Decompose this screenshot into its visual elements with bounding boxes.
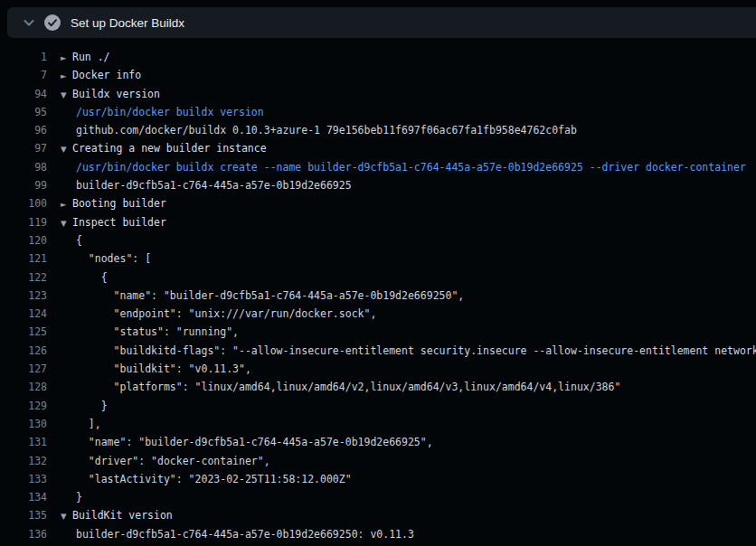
log-group-header[interactable]: ►Docker info bbox=[47, 66, 756, 84]
log-line-text: "buildkitd-flags": "--allow-insecure-ent… bbox=[47, 342, 756, 360]
line-number[interactable]: 128 bbox=[0, 378, 47, 396]
line-number[interactable]: 131 bbox=[0, 433, 47, 451]
triangle-down-icon[interactable]: ▼ bbox=[61, 140, 72, 157]
line-number[interactable]: 120 bbox=[0, 231, 47, 249]
log-line: 131 "name": "builder-d9cfb5a1-c764-445a-… bbox=[0, 433, 756, 451]
log-line: 134 } bbox=[0, 488, 756, 506]
log-line: 94 ▼Buildx version bbox=[0, 85, 756, 103]
log-line: 129 } bbox=[0, 397, 756, 415]
line-number[interactable]: 129 bbox=[0, 397, 47, 415]
log-line: 130 ], bbox=[0, 415, 756, 433]
log-line-text: "endpoint": "unix:///var/run/docker.sock… bbox=[47, 305, 756, 323]
line-number[interactable]: 127 bbox=[0, 360, 47, 378]
line-number[interactable]: 136 bbox=[0, 525, 47, 543]
line-number[interactable]: 123 bbox=[0, 287, 47, 305]
line-number[interactable]: 124 bbox=[0, 305, 47, 323]
log-group-header[interactable]: ▼Creating a new builder instance bbox=[47, 139, 756, 157]
log-line: 99 builder-d9cfb5a1-c764-445a-a57e-0b19d… bbox=[0, 176, 756, 194]
log-group-header[interactable]: ▼Inspect builder bbox=[47, 213, 756, 231]
group-label: Creating a new builder instance bbox=[72, 142, 267, 155]
log-line: 1 ►Run ./ bbox=[0, 48, 756, 66]
log-line-text: builder-d9cfb5a1-c764-445a-a57e-0b19d2e6… bbox=[47, 176, 756, 194]
line-number[interactable]: 7 bbox=[0, 66, 47, 84]
log-line-text: "lastActivity": "2023-02-25T11:58:12.000… bbox=[47, 470, 756, 488]
log-viewer: 1 ►Run ./ 7 ►Docker info 94 ▼Buildx vers… bbox=[0, 48, 756, 543]
log-line: 136 builder-d9cfb5a1-c764-445a-a57e-0b19… bbox=[0, 525, 756, 543]
line-number[interactable]: 97 bbox=[0, 139, 47, 157]
line-number[interactable]: 119 bbox=[0, 213, 47, 231]
log-line-text: "platforms": "linux/amd64,linux/amd64/v2… bbox=[47, 378, 756, 396]
step-header[interactable]: Set up Docker Buildx bbox=[7, 7, 756, 38]
line-number[interactable]: 98 bbox=[0, 158, 47, 176]
log-line: 7 ►Docker info bbox=[0, 66, 756, 84]
log-group-header[interactable]: ▼BuildKit version bbox=[47, 506, 756, 524]
log-line: 125 "status": "running", bbox=[0, 323, 756, 341]
group-label: Inspect builder bbox=[72, 216, 166, 229]
log-line-text: { bbox=[47, 268, 756, 287]
log-line-text: "driver": "docker-container", bbox=[47, 452, 756, 470]
log-line: 119 ▼Inspect builder bbox=[0, 213, 756, 231]
log-line: 126 "buildkitd-flags": "--allow-insecure… bbox=[0, 342, 756, 360]
line-number[interactable]: 126 bbox=[0, 342, 47, 360]
line-number[interactable]: 130 bbox=[0, 415, 47, 433]
log-line-text: /usr/bin/docker buildx version bbox=[47, 103, 756, 121]
log-line: 123 "name": "builder-d9cfb5a1-c764-445a-… bbox=[0, 287, 756, 305]
group-label: Run ./ bbox=[72, 51, 110, 63]
log-line-text: ], bbox=[47, 415, 756, 433]
log-line: 97 ▼Creating a new builder instance bbox=[0, 139, 756, 157]
log-group-header[interactable]: ►Booting builder bbox=[47, 194, 756, 212]
log-line-text: "nodes": [ bbox=[47, 249, 756, 268]
log-line: 95 /usr/bin/docker buildx version bbox=[0, 103, 756, 121]
log-line: 133 "lastActivity": "2023-02-25T11:58:12… bbox=[0, 470, 756, 488]
line-number[interactable]: 100 bbox=[0, 194, 47, 212]
log-line-text: } bbox=[47, 397, 756, 415]
log-line: 127 "buildkit": "v0.11.3", bbox=[0, 360, 756, 378]
line-number[interactable]: 134 bbox=[0, 488, 47, 506]
line-number[interactable]: 95 bbox=[0, 103, 47, 121]
line-number[interactable]: 135 bbox=[0, 506, 47, 524]
group-label: Docker info bbox=[72, 69, 141, 81]
triangle-right-icon[interactable]: ► bbox=[61, 49, 72, 66]
log-line: 132 "driver": "docker-container", bbox=[0, 452, 756, 470]
log-line: 98 /usr/bin/docker buildx create --name … bbox=[0, 158, 756, 176]
log-line: 135 ▼BuildKit version bbox=[0, 506, 756, 524]
check-circle-icon bbox=[44, 14, 61, 31]
triangle-down-icon[interactable]: ▼ bbox=[61, 507, 72, 524]
log-line: 128 "platforms": "linux/amd64,linux/amd6… bbox=[0, 378, 756, 396]
log-line-text: "name": "builder-d9cfb5a1-c764-445a-a57e… bbox=[47, 287, 756, 305]
triangle-down-icon[interactable]: ▼ bbox=[61, 86, 72, 103]
log-group-header[interactable]: ►Run ./ bbox=[47, 48, 756, 66]
group-label: Buildx version bbox=[72, 88, 160, 100]
log-line-text: "buildkit": "v0.11.3", bbox=[47, 360, 756, 378]
triangle-right-icon[interactable]: ► bbox=[61, 67, 72, 84]
group-label: Booting builder bbox=[72, 197, 166, 210]
line-number[interactable]: 122 bbox=[0, 268, 47, 287]
line-number[interactable]: 133 bbox=[0, 470, 47, 488]
log-line: 122 { bbox=[0, 268, 756, 287]
log-line-text: github.com/docker/buildx 0.10.3+azure-1 … bbox=[47, 121, 756, 139]
log-line-text: { bbox=[47, 231, 756, 249]
step-title: Set up Docker Buildx bbox=[71, 16, 184, 30]
log-line-text: builder-d9cfb5a1-c764-445a-a57e-0b19d2e6… bbox=[47, 525, 756, 543]
log-line-text: "status": "running", bbox=[47, 323, 756, 341]
log-line: 121 "nodes": [ bbox=[0, 249, 756, 268]
group-label: BuildKit version bbox=[72, 509, 173, 522]
line-number[interactable]: 121 bbox=[0, 249, 47, 268]
line-number[interactable]: 99 bbox=[0, 176, 47, 194]
log-line: 120 { bbox=[0, 231, 756, 249]
triangle-down-icon[interactable]: ▼ bbox=[61, 214, 72, 231]
log-line-text: "name": "builder-d9cfb5a1-c764-445a-a57e… bbox=[47, 433, 756, 451]
line-number[interactable]: 125 bbox=[0, 323, 47, 341]
log-line: 96 github.com/docker/buildx 0.10.3+azure… bbox=[0, 121, 756, 139]
triangle-right-icon[interactable]: ► bbox=[61, 195, 72, 212]
chevron-down-icon[interactable] bbox=[22, 15, 36, 30]
log-line: 124 "endpoint": "unix:///var/run/docker.… bbox=[0, 305, 756, 323]
line-number[interactable]: 94 bbox=[0, 85, 47, 103]
log-line: 100 ►Booting builder bbox=[0, 194, 756, 212]
line-number[interactable]: 1 bbox=[0, 48, 47, 66]
log-line-text: /usr/bin/docker buildx create --name bui… bbox=[47, 158, 756, 176]
log-line-text: } bbox=[47, 488, 756, 506]
log-group-header[interactable]: ▼Buildx version bbox=[47, 85, 756, 103]
line-number[interactable]: 132 bbox=[0, 452, 47, 470]
line-number[interactable]: 96 bbox=[0, 121, 47, 139]
